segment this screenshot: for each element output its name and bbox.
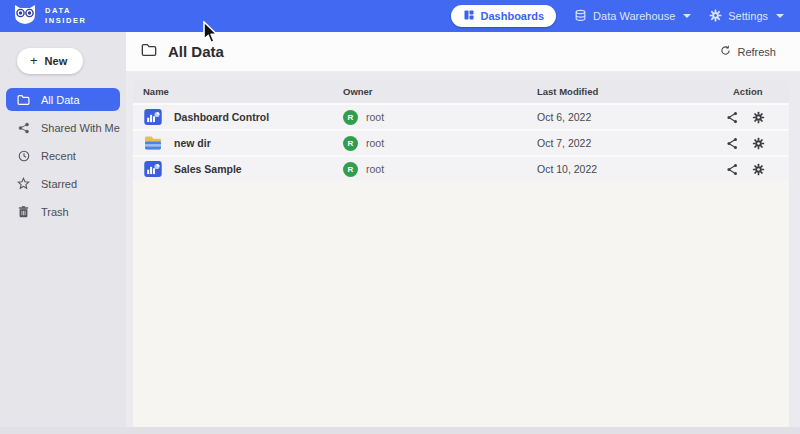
last-modified: Oct 10, 2022 [527, 163, 723, 175]
owner-name: root [366, 111, 384, 123]
column-header-name: Name [133, 86, 333, 97]
nav-settings-label: Settings [728, 10, 768, 22]
chevron-down-icon [683, 14, 691, 18]
top-nav: Dashboards Data Warehouse [451, 5, 784, 27]
nav-settings-button[interactable]: Settings [709, 9, 784, 24]
column-header-action: Action [723, 86, 789, 97]
gear-icon[interactable] [752, 163, 765, 176]
main-area: All Data Refresh Name Owner Last Modifie… [126, 32, 800, 427]
data-insider-app: DATA INSIDER Dashboards [0, 0, 800, 434]
nav-dashboards-button[interactable]: Dashboards [451, 5, 557, 27]
share-icon[interactable] [726, 111, 739, 124]
owner-name: root [366, 137, 384, 149]
column-header-last-modified: Last Modified [527, 86, 723, 97]
database-icon [574, 9, 587, 24]
last-modified: Oct 6, 2022 [527, 111, 723, 123]
gear-icon[interactable] [752, 111, 765, 124]
page-header: All Data Refresh [126, 32, 800, 72]
sidebar-item-label: Trash [41, 206, 69, 218]
star-icon [17, 177, 30, 190]
owner-name: root [366, 163, 384, 175]
sidebar-menu: All Data Shared With Me Recent [0, 88, 126, 223]
shared-icon [17, 122, 30, 134]
sidebar-item-label: Recent [41, 150, 76, 162]
file-name: Sales Sample [174, 163, 242, 175]
new-button[interactable]: + New [17, 48, 83, 74]
share-icon[interactable] [726, 137, 739, 150]
brand-logo[interactable]: DATA INSIDER [12, 2, 87, 30]
clock-icon [17, 150, 30, 162]
bottom-strip [0, 427, 800, 434]
last-modified: Oct 7, 2022 [527, 137, 723, 149]
folder-icon [141, 43, 157, 61]
share-icon[interactable] [726, 163, 739, 176]
sidebar-item-label: Shared With Me [41, 122, 120, 134]
owner-avatar: R [343, 110, 358, 125]
plus-icon: + [30, 56, 38, 66]
owner-avatar: R [343, 136, 358, 151]
data-table-panel: Name Owner Last Modified Action [133, 80, 789, 427]
new-button-label: New [45, 55, 68, 67]
trash-icon [17, 206, 30, 218]
row-file-icon [143, 135, 162, 152]
sidebar-item-starred[interactable]: Starred [6, 172, 120, 195]
owner-avatar: R [343, 162, 358, 177]
sidebar-item-label: Starred [41, 178, 77, 190]
owl-logo-icon [12, 2, 38, 30]
chevron-down-icon [776, 14, 784, 18]
refresh-button[interactable]: Refresh [720, 45, 776, 58]
row-file-icon [143, 161, 162, 178]
nav-data-warehouse-button[interactable]: Data Warehouse [574, 9, 691, 24]
folder-icon [17, 94, 30, 106]
sidebar: + New All Data Shared With M [0, 32, 126, 427]
refresh-label: Refresh [737, 46, 776, 58]
nav-dashboards-label: Dashboards [481, 10, 545, 22]
refresh-icon [720, 45, 731, 58]
table-row[interactable]: Dashboard Control R root Oct 6, 2022 [133, 103, 789, 129]
table-header-row: Name Owner Last Modified Action [133, 80, 789, 103]
table-row[interactable]: Sales Sample R root Oct 10, 2022 [133, 155, 789, 181]
row-file-icon [143, 109, 162, 126]
brand-text: DATA INSIDER [45, 6, 87, 26]
column-header-owner: Owner [333, 86, 527, 97]
top-bar: DATA INSIDER Dashboards [0, 0, 800, 32]
table-row[interactable]: new dir R root Oct 7, 2022 [133, 129, 789, 155]
file-name: new dir [174, 137, 211, 149]
sidebar-item-shared-with-me[interactable]: Shared With Me [6, 116, 120, 139]
file-name: Dashboard Control [174, 111, 269, 123]
sidebar-item-recent[interactable]: Recent [6, 144, 120, 167]
page-title: All Data [168, 43, 720, 60]
gear-icon [709, 9, 722, 24]
sidebar-item-trash[interactable]: Trash [6, 200, 120, 223]
sidebar-item-all-data[interactable]: All Data [6, 88, 120, 111]
nav-data-warehouse-label: Data Warehouse [593, 10, 675, 22]
gear-icon[interactable] [752, 137, 765, 150]
dashboard-icon [463, 9, 475, 23]
sidebar-item-label: All Data [41, 94, 80, 106]
